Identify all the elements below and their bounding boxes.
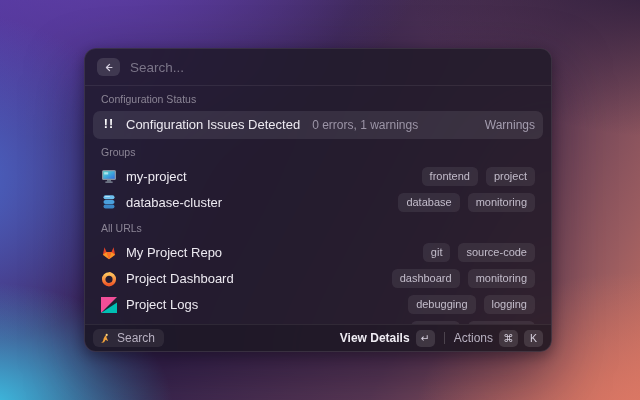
list-item-project-dashboard[interactable]: Project Dashboard dashboard monitoring bbox=[93, 266, 543, 292]
section-title-groups: Groups bbox=[93, 139, 543, 164]
arrow-left-icon bbox=[103, 62, 114, 73]
tag: logging bbox=[484, 295, 535, 314]
item-title: my-project bbox=[126, 169, 187, 184]
item-subtitle: 0 errors, 1 warnings bbox=[312, 118, 418, 132]
command-label: Search bbox=[117, 331, 155, 345]
back-button[interactable] bbox=[97, 58, 120, 76]
item-title: Configuration Issues Detected bbox=[126, 117, 300, 132]
return-key-icon: ↵ bbox=[416, 330, 435, 347]
kibana-icon bbox=[101, 297, 117, 313]
tag: monitoring bbox=[468, 269, 535, 288]
gitlab-icon bbox=[101, 245, 117, 261]
tag: monitoring bbox=[468, 193, 535, 212]
list-item-my-project-repo[interactable]: My Project Repo git source-code bbox=[93, 240, 543, 266]
item-title: database-cluster bbox=[126, 195, 222, 210]
list-item-configuration-issues[interactable]: !! Configuration Issues Detected 0 error… bbox=[93, 111, 543, 139]
item-title: My Project Repo bbox=[126, 245, 222, 260]
tag: frontend bbox=[422, 167, 478, 186]
search-input[interactable] bbox=[130, 60, 539, 75]
footer-divider bbox=[444, 332, 445, 344]
desktop-background: Configuration Status !! Configuration Is… bbox=[0, 0, 640, 400]
section-title-configuration-status: Configuration Status bbox=[93, 86, 543, 111]
item-title: Project Dashboard bbox=[126, 271, 234, 286]
item-accessory: Warnings bbox=[485, 118, 535, 132]
view-details-action[interactable]: View Details ↵ bbox=[340, 330, 435, 347]
tag: debugging bbox=[408, 295, 475, 314]
current-command: Search bbox=[93, 329, 164, 347]
tag: dashboard bbox=[392, 269, 460, 288]
launcher-window: Configuration Status !! Configuration Is… bbox=[84, 48, 552, 352]
results-list: Configuration Status !! Configuration Is… bbox=[85, 86, 551, 324]
tag: source-code bbox=[458, 243, 535, 262]
double-exclamation-icon: !! bbox=[101, 117, 117, 133]
database-icon bbox=[101, 194, 117, 210]
computer-icon bbox=[101, 168, 117, 184]
k-key: K bbox=[524, 330, 543, 347]
actions-menu-button[interactable]: Actions ⌘ K bbox=[454, 330, 543, 347]
grafana-icon bbox=[101, 271, 117, 287]
item-title: Project Logs bbox=[126, 297, 198, 312]
tag: database bbox=[398, 193, 459, 212]
list-item-database-cluster[interactable]: database-cluster database monitoring bbox=[93, 189, 543, 215]
search-bar bbox=[85, 49, 551, 86]
tag: project bbox=[486, 167, 535, 186]
list-item-my-project[interactable]: my-project frontend project bbox=[93, 163, 543, 189]
list-item-project-logs[interactable]: Project Logs debugging logging bbox=[93, 292, 543, 318]
tag: git bbox=[423, 243, 451, 262]
command-key-icon: ⌘ bbox=[499, 330, 518, 347]
section-title-all-urls: All URLs bbox=[93, 215, 543, 240]
footer-bar: Search View Details ↵ Actions ⌘ K bbox=[85, 324, 551, 351]
extension-icon bbox=[98, 332, 111, 345]
